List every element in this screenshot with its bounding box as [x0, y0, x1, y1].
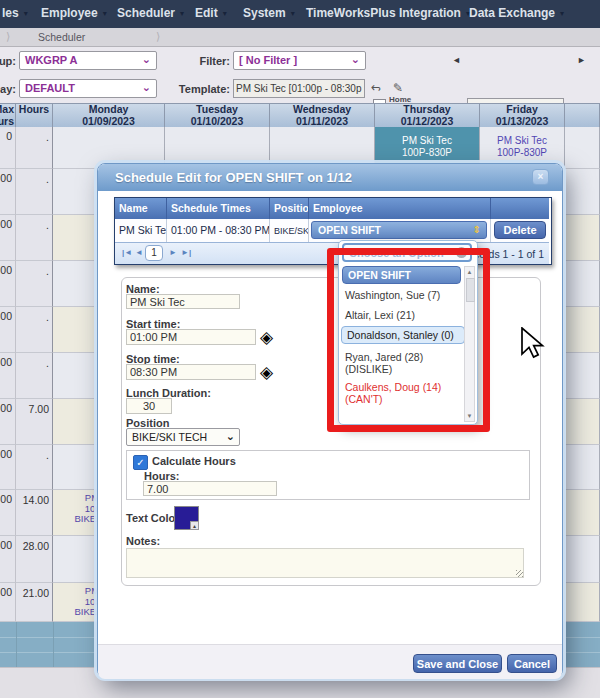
day-cell[interactable]	[565, 127, 600, 169]
max-hours-value: 0.00	[0, 448, 12, 460]
name-input[interactable]	[126, 294, 240, 309]
menu-item-timeworksplus-integration[interactable]: TimeWorksPlus Integration▾	[306, 6, 470, 24]
notes-textarea[interactable]	[126, 548, 524, 578]
time-picker-icon[interactable]: ◈	[260, 329, 273, 346]
max-hours-cell: 0.00	[0, 215, 16, 261]
day-cell[interactable]	[565, 169, 600, 215]
filter-select-value: [ No Filter ]	[239, 54, 297, 66]
next-date-button[interactable]: ►	[577, 55, 586, 65]
pager-page-number[interactable]: 1	[145, 245, 163, 261]
column-title: Thursday	[375, 104, 479, 116]
schedule-edit-dialog: Schedule Edit for OPEN SHIFT on 1/12 × N…	[97, 163, 563, 678]
menu-item-edit[interactable]: Edit▾	[195, 6, 227, 24]
dropdown-item-caulkens-doug-14-note[interactable]: (CAN'T)	[345, 393, 383, 405]
column-title: Friday	[480, 104, 564, 116]
template-input[interactable]	[233, 79, 365, 98]
max-hours-value: 0.00	[0, 539, 12, 551]
dropdown-item-washington-sue-7[interactable]: Washington, Sue (7)	[345, 289, 440, 301]
chevron-down-icon: ▾	[24, 9, 28, 18]
day-column-header-friday[interactable]: Friday01/13/2023	[480, 103, 565, 128]
day-cell[interactable]	[565, 490, 600, 536]
max-hours-cell: 0	[0, 127, 16, 169]
delete-button[interactable]: Delete	[494, 221, 546, 239]
apply-template-icon[interactable]: ↩	[371, 81, 381, 95]
stop-time-input[interactable]	[126, 364, 256, 380]
day-cell[interactable]	[565, 536, 600, 583]
day-column-header-max[interactable]: MaxHours	[0, 103, 16, 128]
day-column-header-item[interactable]	[565, 103, 600, 128]
dropdown-item-open-shift[interactable]: OPEN SHIFT	[342, 266, 461, 284]
scheduler-app: les▾Employee▾Scheduler▾Edit▾System▾TimeW…	[0, 0, 600, 698]
hours-input[interactable]	[143, 481, 277, 496]
position-select[interactable]: BIKE/SKI TECH ⌄	[126, 428, 240, 446]
day-column-header-tuesday[interactable]: Tuesday01/10/2023	[165, 103, 270, 128]
scrollbar-thumb[interactable]	[466, 278, 475, 302]
clear-icon[interactable]: ×	[456, 247, 467, 258]
day-cell[interactable]	[565, 307, 600, 353]
pager-next-icon[interactable]: ►	[169, 248, 177, 257]
prev-date-button[interactable]: ◄	[452, 55, 461, 65]
day-column-header-wednesday[interactable]: Wednesday01/11/2023	[270, 103, 375, 128]
menu-item-data-exchange[interactable]: Data Exchange▾	[469, 6, 564, 24]
day-column-header-thursday[interactable]: Thursday01/12/2023	[375, 103, 480, 128]
color-spinner-icon[interactable]: ▴	[190, 521, 199, 530]
dropdown-item-donaldson-stanley-0[interactable]: Donaldson, Stanley (0)	[341, 326, 465, 344]
cancel-button[interactable]: Cancel	[507, 654, 557, 673]
column-subtitle: Hours	[0, 116, 14, 128]
filter-label: Filter:	[150, 55, 230, 67]
start-time-input[interactable]	[126, 329, 256, 345]
hours-value: .	[46, 357, 49, 369]
menu-item-scheduler[interactable]: Scheduler▾	[117, 6, 184, 24]
calculate-hours-group: ✓ Calculate Hours Hours:	[126, 450, 530, 500]
scroll-up-icon[interactable]: ▲	[465, 269, 474, 275]
close-icon[interactable]: ×	[532, 169, 549, 185]
resize-grip-icon[interactable]	[516, 570, 523, 577]
pager-first-icon[interactable]: |◄	[122, 248, 132, 257]
save-and-close-button[interactable]: Save and Close	[413, 654, 502, 673]
day-cell[interactable]	[565, 261, 600, 307]
scroll-down-icon[interactable]: ▼	[465, 413, 474, 419]
selected-shift-cell[interactable]: PM Ski Tec100P-830P	[375, 127, 479, 168]
day-cell[interactable]	[565, 215, 600, 261]
notes-label: Notes:	[126, 535, 160, 547]
day-cell[interactable]	[565, 583, 600, 622]
shift-time: 100P-830P	[480, 147, 564, 159]
employee-select[interactable]: OPEN SHIFT ⇕	[311, 221, 487, 239]
calculate-hours-label: Calculate Hours	[152, 455, 236, 467]
day-cell[interactable]	[565, 353, 600, 399]
filter-select[interactable]: [ No Filter ] ⌄	[233, 51, 366, 70]
dropdown-item-altair-lexi-21[interactable]: Altair, Lexi (21)	[345, 309, 415, 321]
column-subtitle: 01/10/2023	[165, 116, 269, 128]
time-picker-icon[interactable]: ◈	[260, 364, 273, 381]
dropdown-item-ryan-jared-28[interactable]: Ryan, Jared (28)	[345, 351, 423, 363]
menu-item-system[interactable]: System▾	[243, 6, 295, 24]
day-cell[interactable]	[565, 399, 600, 445]
menu-item-les[interactable]: les▾	[2, 6, 28, 24]
dropdown-item-ryan-jared-28-note[interactable]: (DISLIKE)	[345, 363, 392, 375]
shift-entry[interactable]: PM Ski Tec100P-830P	[480, 135, 564, 159]
day-column-header-monday[interactable]: Monday01/09/2023	[53, 103, 165, 128]
calculate-hours-checkbox[interactable]: ✓	[133, 455, 148, 470]
group-select[interactable]: WKGRP A ⌄	[19, 51, 157, 70]
max-hours-cell: 0.00	[0, 583, 16, 622]
day-cell[interactable]	[565, 445, 600, 490]
max-hours-value: 0.00	[0, 310, 12, 322]
edit-template-icon[interactable]: ✎	[393, 81, 403, 95]
tab-scheduler[interactable]: Scheduler	[38, 31, 85, 43]
pager-last-icon[interactable]: ►|	[181, 248, 191, 257]
col-header-actions	[491, 198, 549, 219]
lunch-duration-input[interactable]	[126, 398, 172, 414]
dropdown-item-caulkens-doug-14[interactable]: Caulkens, Doug (14)	[345, 381, 441, 393]
menu-item-employee[interactable]: Employee▾	[41, 6, 107, 24]
dialog-title-bar: Schedule Edit for OPEN SHIFT on 1/12	[98, 164, 562, 191]
day-column-header-hours[interactable]: Hours	[16, 103, 53, 128]
dropdown-scrollbar[interactable]: ▲ ▼	[464, 266, 475, 422]
dropdown-header[interactable]: Choose an Option ×	[342, 243, 472, 262]
display-select[interactable]: DEFAULT ⌄	[19, 79, 157, 98]
max-hours-cell: 0.00	[0, 353, 16, 399]
column-title: Monday	[53, 104, 164, 116]
group-label: Group:	[0, 55, 16, 67]
pager-prev-icon[interactable]: ◄	[135, 248, 143, 257]
menu-item-label: Edit	[195, 6, 218, 20]
hours-value: .	[46, 449, 49, 461]
